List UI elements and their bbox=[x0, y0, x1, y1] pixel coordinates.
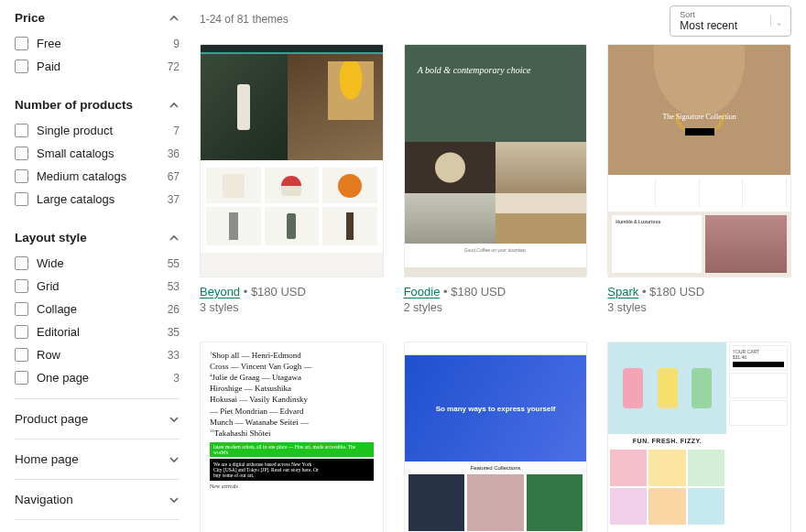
theme-styles: 2 styles bbox=[404, 301, 588, 314]
checkbox-icon[interactable] bbox=[15, 147, 28, 160]
theme-title-link[interactable]: Spark bbox=[607, 285, 638, 299]
filter-option[interactable]: Small catalogs 36 bbox=[15, 142, 180, 165]
sort-label: Sort bbox=[680, 10, 737, 19]
filter-count: 9 bbox=[173, 38, 180, 50]
filter-toggle-products[interactable]: Number of products bbox=[15, 87, 180, 119]
theme-thumbnail: 1Shop all — Henri-Edmond Cross — Vincent… bbox=[200, 342, 384, 532]
chevron-up-icon bbox=[169, 13, 180, 24]
theme-styles: 3 styles bbox=[607, 301, 791, 314]
filter-group-layout: Layout style Wide 55 Grid 53 Collage 26 bbox=[15, 220, 180, 396]
filter-title: Layout style bbox=[15, 231, 87, 244]
filter-option-free[interactable]: Free 9 bbox=[15, 32, 180, 55]
results-count: 1-24 of 81 themes bbox=[200, 5, 289, 26]
theme-results: 1-24 of 81 themes Sort Most recent bbox=[194, 0, 806, 532]
theme-thumbnail: The Signature Collection Humble & Luxuri… bbox=[607, 44, 791, 277]
theme-price: • $180 USD bbox=[244, 285, 306, 299]
filter-option[interactable]: Grid 53 bbox=[15, 275, 180, 298]
filter-option[interactable]: Wide 55 bbox=[15, 252, 180, 275]
chevron-down-icon bbox=[169, 414, 180, 425]
checkbox-icon[interactable] bbox=[15, 37, 28, 50]
filter-sidebar: Price Free 9 Paid bbox=[0, 0, 194, 532]
filter-count: 72 bbox=[168, 60, 180, 73]
sort-value: Most recent bbox=[680, 19, 737, 32]
theme-thumbnail: FUN. FRESH. FIZZY. YOUR CART $31.46 bbox=[607, 342, 791, 532]
filter-toggle-layout[interactable]: Layout style bbox=[15, 220, 180, 252]
chevron-down-icon bbox=[169, 454, 180, 465]
filter-option-paid[interactable]: Paid 72 bbox=[15, 55, 180, 78]
filter-title: Price bbox=[15, 11, 45, 25]
filter-option[interactable]: Collage 26 bbox=[15, 298, 180, 320]
chevron-down-icon bbox=[169, 494, 180, 505]
filter-option[interactable]: Row 33 bbox=[15, 343, 180, 366]
theme-card[interactable]: 1Shop all — Henri-Edmond Cross — Vincent… bbox=[200, 342, 384, 532]
checkbox-icon[interactable] bbox=[15, 279, 28, 293]
filter-option[interactable]: Editorial 35 bbox=[15, 320, 180, 343]
filter-toggle-home-page[interactable]: Home page bbox=[15, 439, 180, 479]
filter-title: Number of products bbox=[15, 98, 133, 112]
theme-card-foodie[interactable]: A bold & contemporary choice Good Coffee… bbox=[404, 44, 588, 321]
checkbox-icon[interactable] bbox=[15, 192, 28, 206]
checkbox-icon[interactable] bbox=[15, 325, 28, 339]
filter-toggle-product-page[interactable]: Product page bbox=[15, 398, 180, 439]
filter-toggle-marketing[interactable]: Marketing and social media bbox=[15, 519, 180, 532]
checkbox-icon[interactable] bbox=[15, 60, 28, 73]
theme-title-link[interactable]: Foodie bbox=[404, 285, 441, 299]
filter-label: Free bbox=[37, 37, 61, 50]
filter-option[interactable]: One page 3 bbox=[15, 366, 180, 389]
theme-price: • $180 USD bbox=[443, 285, 506, 299]
filter-group-price: Price Free 9 Paid bbox=[15, 0, 180, 85]
theme-thumbnail: So many ways to express yourself Feature… bbox=[404, 342, 588, 532]
checkbox-icon[interactable] bbox=[15, 124, 28, 137]
theme-thumbnail: A bold & contemporary choice Good Coffee… bbox=[404, 44, 588, 277]
theme-card-beyond[interactable]: Beyond • $180 USD 3 styles bbox=[200, 44, 384, 321]
filter-option[interactable]: Single product 7 bbox=[15, 119, 180, 142]
checkbox-icon[interactable] bbox=[15, 169, 28, 183]
theme-grid: Beyond • $180 USD 3 styles A bold & cont… bbox=[200, 44, 791, 532]
theme-card-spark[interactable]: The Signature Collection Humble & Luxuri… bbox=[607, 44, 791, 321]
filter-option[interactable]: Medium catalogs 67 bbox=[15, 165, 180, 188]
theme-styles: 3 styles bbox=[200, 301, 384, 314]
theme-card[interactable]: So many ways to express yourself Feature… bbox=[404, 342, 588, 532]
chevron-up-icon bbox=[169, 100, 180, 111]
checkbox-icon[interactable] bbox=[15, 302, 28, 316]
filter-group-products: Number of products Single product 7 Smal… bbox=[15, 87, 180, 218]
theme-card[interactable]: FUN. FRESH. FIZZY. YOUR CART $31.46 bbox=[607, 342, 791, 532]
chevron-up-icon bbox=[169, 233, 180, 244]
theme-price: • $180 USD bbox=[642, 285, 704, 299]
chevron-down-icon bbox=[770, 16, 781, 27]
sort-select[interactable]: Sort Most recent bbox=[670, 5, 791, 37]
filter-label: Paid bbox=[37, 60, 60, 73]
theme-thumbnail bbox=[200, 44, 384, 277]
filter-toggle-price[interactable]: Price bbox=[15, 0, 180, 32]
theme-title-link[interactable]: Beyond bbox=[200, 285, 240, 299]
filter-option[interactable]: Large catalogs 37 bbox=[15, 188, 180, 211]
checkbox-icon[interactable] bbox=[15, 348, 28, 362]
checkbox-icon[interactable] bbox=[15, 256, 28, 270]
filter-toggle-navigation[interactable]: Navigation bbox=[15, 479, 180, 519]
checkbox-icon[interactable] bbox=[15, 371, 28, 385]
